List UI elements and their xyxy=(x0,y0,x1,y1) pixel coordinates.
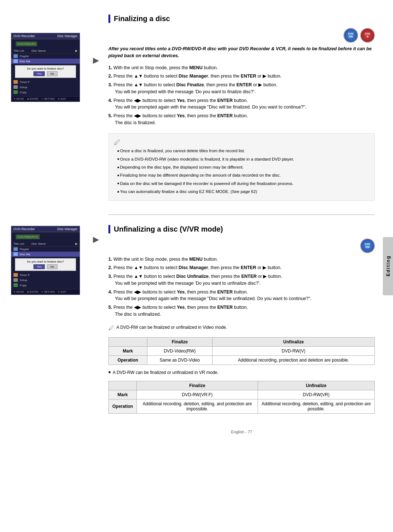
sc-footer-top: ✦ MOVE ⊕ ENTER ↩ RETURN ✕ EXIT xyxy=(11,96,80,102)
sc-disc-type-top: DVD-RW(VR) xyxy=(16,42,37,46)
sc-item-discma-b: Disc Ma xyxy=(11,252,80,257)
tbl-vr-op-label: Operation xyxy=(108,399,137,413)
sc-menu-items-top: Playlist Disc Ma Do you want to finalize… xyxy=(11,54,80,96)
arrow-bottom: ► xyxy=(91,234,101,245)
sc-no-btn[interactable]: No xyxy=(47,71,57,76)
sc-item-copy: Copy xyxy=(11,90,80,95)
sc-disc-name-row-bottom: Title List Disc Name ▶ xyxy=(11,241,80,247)
table-vr-row-mark: Mark DVD-RW(VR:F) DVD-RW(VR) xyxy=(108,390,374,399)
sc-item-setup: Setup xyxy=(11,84,80,90)
sc-header-bottom-right: Disc Manager xyxy=(57,227,78,231)
finalize-steps: 1. With the unit in Stop mode, press the… xyxy=(108,64,375,128)
sc-dialog-text-bottom: Do you want to finalize disc? xyxy=(17,260,74,263)
vr-mode-table: Finalize Unfinalize Mark DVD-RW(VR:F) DV… xyxy=(108,381,375,414)
unfinalize-dvd-icons: DVDRW xyxy=(108,239,375,253)
tbl-dvdvideo-rw: DVD-Video(RW) xyxy=(147,346,213,355)
dvd-rw-badge: DVDRW xyxy=(344,28,358,43)
finalize-note-box: 🖊 Once a disc is finalized, you cannot d… xyxy=(108,133,375,201)
step-2: 2. Press the ▲▼ buttons to select Disc M… xyxy=(108,73,375,80)
unfinalize-note2-line: ■ A DVD-RW can be finalized or unfinaliz… xyxy=(108,370,375,375)
tbl-vr-op-possible: Additional recording, deletion, editing,… xyxy=(258,399,374,413)
sc-footer-bottom: ✦ MOVE ⊕ ENTER ↩ RETURN ✕ EXIT xyxy=(11,289,80,295)
step-4: 4. Press the ◀▶ buttons to select Yes, t… xyxy=(108,97,375,111)
tbl-dvdrwv: DVD-RW(V) xyxy=(213,346,375,355)
arrow-column: ► ► xyxy=(91,11,101,521)
unfinalize-title: Unfinalizing a disc (V/VR mode) xyxy=(108,225,375,233)
dvd-r-badge: DVDR xyxy=(360,28,375,43)
ustep-4: 4. Press the ◀▶ buttons to select Yes, t… xyxy=(108,289,375,303)
sc-item-discma: Disc Ma xyxy=(11,59,80,64)
editing-tab: Editing xyxy=(383,237,393,295)
tbl-mark-label: Mark xyxy=(108,346,147,355)
finalize-notes-list: Once a disc is finalized, you cannot del… xyxy=(114,147,369,195)
finalize-intro: After you record titles onto a DVD-RW/DV… xyxy=(108,46,375,59)
tbl-vr-header-empty xyxy=(108,381,137,390)
dvd-rw-badge-2: DVDRW xyxy=(360,239,375,253)
tbl-vr-op-impossible: Additional recording, deletion, editing,… xyxy=(137,399,258,413)
sc-dialog-buttons-bottom: Yes No xyxy=(17,264,74,269)
step-5: 5. Press the ◀▶ buttons to select Yes, t… xyxy=(108,113,375,126)
sc-header-right: Disc Manager xyxy=(57,34,78,38)
sc-dialog-top: Do you want to finalize disc? Yes No xyxy=(15,65,76,78)
step-1: 1. With the unit in Stop mode, press the… xyxy=(108,64,375,71)
sc-item-copy-b: Copy xyxy=(11,283,80,288)
unfinalize-note2-text: A DVD-RW can be finalized or unfinalized… xyxy=(113,370,219,375)
tbl-dvdrwvr: DVD-RW(VR) xyxy=(258,390,374,399)
left-column: DVD-Recorder Disc Manager DVD-RW(VR) Tit… xyxy=(11,11,84,521)
right-column: Finalizing a disc DVDRW DVDR After you r… xyxy=(108,11,375,521)
finalize-dvd-icons: DVDRW DVDR xyxy=(108,28,375,43)
sc-header-left: DVD-Recorder xyxy=(13,34,35,38)
note-icon-2: 🖊 xyxy=(108,325,114,331)
sc-disc-name-row: Title List Disc Name ▶ xyxy=(11,48,80,54)
note-item-5: Data on the disc will be damaged if the … xyxy=(118,180,369,187)
tbl-vr-header-finalize: Finalize xyxy=(137,381,258,390)
sc-dialog-bottom: Do you want to finalize disc? Yes No xyxy=(15,258,76,271)
sc-header-top: DVD-Recorder Disc Manager xyxy=(11,33,80,39)
note-item-1: Once a disc is finalized, you cannot del… xyxy=(118,147,369,154)
sc-disc-type-bottom: DVD-RW(VR:F) xyxy=(16,235,40,239)
tbl-header-empty xyxy=(108,337,147,346)
table-row-mark: Mark DVD-Video(RW) DVD-RW(V) xyxy=(108,346,374,355)
note-item-6: You can automatically finalize a disc us… xyxy=(118,188,369,195)
tbl-vr-mark-label: Mark xyxy=(108,390,137,399)
sc-header-bottom-left: DVD-Recorder xyxy=(13,227,35,231)
sc-no-btn-b[interactable]: No xyxy=(47,264,57,269)
tbl-op-same: Same as DVD-Video xyxy=(147,355,213,364)
ustep-2: 2. Press the ▲▼ buttons to select Disc M… xyxy=(108,264,375,271)
section-divider xyxy=(108,214,375,215)
sc-item-setup-b: Setup xyxy=(11,277,80,283)
step-3: 3. Press the ▲▼ button to select Disc Fi… xyxy=(108,82,375,95)
note-item-3: Depending on the disc type, the displaye… xyxy=(118,164,369,170)
sc-item-timer-b: Timer P xyxy=(11,272,80,277)
ustep-5: 5. Press the ◀▶ buttons to select Yes, t… xyxy=(108,304,375,318)
sc-yes-btn[interactable]: Yes xyxy=(33,71,45,76)
side-tab-label: Editing xyxy=(385,255,391,276)
sc-dialog-buttons-top: Yes No xyxy=(17,71,74,76)
tbl-op-additional: Additional recording, protection and del… xyxy=(213,355,375,364)
sc-dialog-text: Do you want to finalize disc? xyxy=(17,67,74,70)
unfinalize-steps: 1. With the unit in Stop mode, press the… xyxy=(108,256,375,320)
arrow-top: ► xyxy=(91,55,101,66)
sc-item-playlist: Playlist xyxy=(11,54,80,59)
tbl-vr-header-unfinalize: Unfinalize xyxy=(258,381,374,390)
tbl-dvdrwvrf: DVD-RW(VR:F) xyxy=(137,390,258,399)
note-icon: 🖊 xyxy=(114,139,120,146)
table-row-operation: Operation Same as DVD-Video Additional r… xyxy=(108,355,374,364)
note-icon-3: ■ xyxy=(108,370,111,374)
sc-item-timer: Timer P xyxy=(11,79,80,84)
note-item-2: Once a DVD-R/DVD-RW (video mode)disc is … xyxy=(118,156,369,162)
sc-yes-btn-b[interactable]: Yes xyxy=(33,264,45,269)
sc-header-bottom: DVD-Recorder Disc Manager xyxy=(11,226,80,232)
unfinalize-note-text: A DVD-RW can be finalized or unfinalized… xyxy=(116,325,227,330)
main-content: DVD-Recorder Disc Manager DVD-RW(VR) Tit… xyxy=(0,0,393,532)
sc-menu-items-bottom: Playlist Disc Ma Do you want to finalize… xyxy=(11,247,80,289)
table-vr-row-operation: Operation Additional recording, deletion… xyxy=(108,399,374,413)
video-mode-table: Finalize Unfinalize Mark DVD-Video(RW) D… xyxy=(108,337,375,365)
sc-item-playlist-b: Playlist xyxy=(11,247,80,252)
tbl-op-label: Operation xyxy=(108,355,147,364)
ustep-3: 3. Press the ▲▼ button to select Disc Un… xyxy=(108,273,375,287)
ustep-1: 1. With the unit in Stop mode, press the… xyxy=(108,256,375,263)
tbl-header-unfinalize: Unfinalize xyxy=(213,337,375,346)
finalize-title: Finalizing a disc xyxy=(108,15,375,23)
page-footer: English - 77 xyxy=(108,426,375,434)
